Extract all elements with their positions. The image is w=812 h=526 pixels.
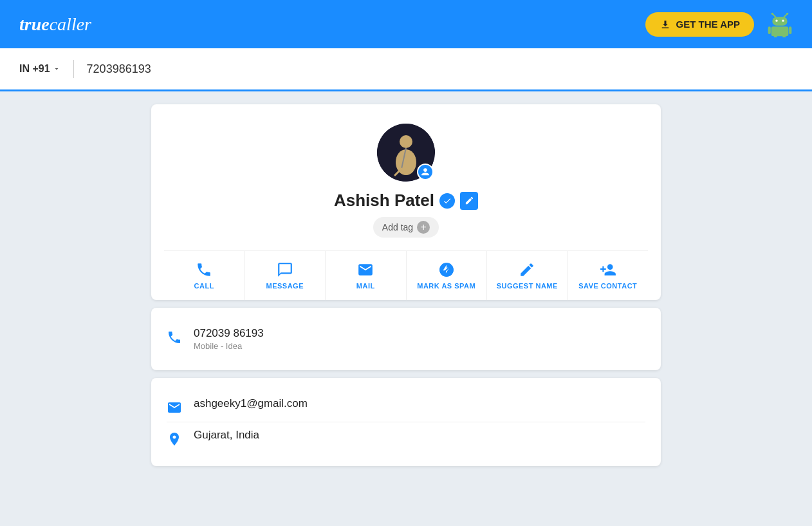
call-icon [196, 261, 212, 278]
svg-rect-7 [771, 26, 789, 36]
main-content: Ashish Patel Add tag + [0, 91, 812, 479]
call-label: CALL [194, 282, 214, 290]
get-app-label: GET THE APP [676, 19, 740, 30]
header: truecaller GET THE APP [0, 0, 812, 48]
save-contact-icon [600, 261, 616, 278]
android-icon[interactable] [767, 12, 793, 37]
pencil-icon [465, 196, 474, 205]
chevron-down-icon [53, 65, 60, 73]
location-icon [167, 430, 182, 447]
svg-point-3 [786, 12, 788, 14]
svg-point-5 [775, 19, 777, 21]
get-app-button[interactable]: GET THE APP [645, 12, 754, 37]
email-icon [167, 399, 182, 415]
location-text: Gujarat, India [194, 429, 259, 442]
profile-card: Ashish Patel Add tag + [151, 104, 661, 300]
phone-type: Mobile - Idea [194, 341, 264, 351]
svg-rect-8 [768, 26, 771, 34]
email-row: ashgeeky1@gmail.com [167, 391, 645, 422]
vertical-divider [73, 60, 74, 78]
svg-rect-4 [772, 17, 787, 25]
search-bar: IN +91 [0, 48, 812, 91]
avatar-wrapper [377, 124, 435, 182]
country-code: IN +91 [19, 63, 50, 75]
svg-point-6 [782, 19, 784, 21]
svg-point-2 [771, 12, 773, 14]
save-contact-action[interactable]: SAVE CONTACT [568, 251, 649, 300]
mail-action[interactable]: MAIL [326, 251, 407, 300]
phone-number-display: 072039 86193 [194, 327, 264, 340]
actions-row: CALL MESSAGE MAIL [164, 250, 648, 300]
location-row: Gujarat, India [167, 422, 645, 453]
block-icon [438, 261, 455, 278]
message-label: MESSAGE [266, 282, 304, 290]
email-address: ashgeeky1@gmail.com [194, 397, 308, 410]
phone-info-text: 072039 86193 Mobile - Idea [194, 327, 264, 351]
svg-point-13 [400, 135, 412, 148]
phone-info-row: 072039 86193 Mobile - Idea [167, 321, 645, 357]
suggest-name-label: SUGGEST NAME [497, 282, 558, 290]
phone-icon [167, 330, 182, 345]
add-tag-label: Add tag [382, 222, 413, 232]
suggest-name-action[interactable]: SUGGEST NAME [487, 251, 568, 300]
check-icon [443, 196, 452, 205]
suggest-name-icon [519, 261, 535, 278]
contact-name: Ashish Patel [334, 191, 434, 211]
message-action[interactable]: MESSAGE [245, 251, 326, 300]
download-icon [660, 19, 671, 30]
phone-info-icon [167, 328, 182, 345]
profile-name-row: Ashish Patel [334, 191, 478, 211]
location-svg-icon [167, 431, 182, 447]
header-right: GET THE APP [645, 12, 793, 37]
phone-info-card: 072039 86193 Mobile - Idea [151, 308, 661, 370]
email-location-card: ashgeeky1@gmail.com Gujarat, India [151, 378, 661, 466]
message-icon [277, 261, 293, 278]
svg-rect-9 [789, 26, 791, 34]
email-svg-icon [167, 400, 182, 415]
profile-info: Ashish Patel Add tag + [164, 124, 648, 250]
mail-icon [357, 261, 374, 278]
country-selector[interactable]: IN +91 [19, 63, 60, 75]
edit-button[interactable] [460, 192, 478, 210]
mark-spam-action[interactable]: MARK AS SPAM [407, 251, 488, 300]
add-tag-plus-icon: + [417, 221, 430, 234]
save-contact-label: SAVE CONTACT [578, 282, 637, 290]
avatar-badge [417, 164, 434, 180]
mark-spam-label: MARK AS SPAM [417, 282, 475, 290]
call-action[interactable]: CALL [164, 251, 245, 300]
logo: truecaller [19, 14, 91, 35]
mail-label: MAIL [356, 282, 375, 290]
person-icon [421, 167, 430, 176]
verified-badge [439, 193, 455, 209]
add-tag-button[interactable]: Add tag + [373, 217, 439, 238]
phone-search-input[interactable] [87, 62, 793, 76]
